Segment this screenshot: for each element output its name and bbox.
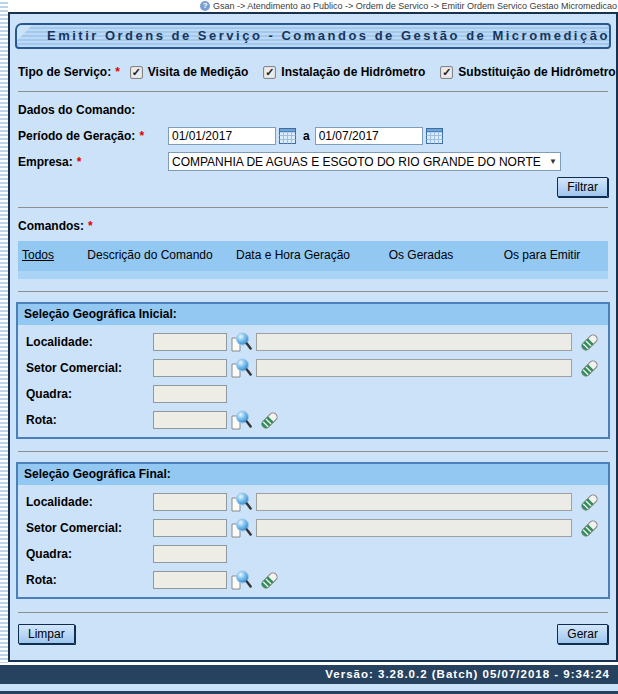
search-icon[interactable] [230, 517, 252, 539]
filtrar-row: Filtrar [18, 177, 608, 197]
filtrar-button[interactable]: Filtrar [557, 177, 608, 197]
gerar-button[interactable]: Gerar [557, 624, 608, 644]
checkbox-check-icon[interactable]: ✓ [263, 66, 276, 79]
eraser-icon[interactable] [579, 492, 600, 513]
checkbox-check-icon[interactable]: ✓ [130, 66, 143, 79]
todos-link[interactable]: Todos [22, 248, 54, 262]
selecao-inicial-title: Seleção Geográfica Inicial: [18, 304, 608, 325]
dados-comando-row: Dados do Comando: [18, 102, 608, 117]
eraser-icon[interactable] [579, 332, 600, 353]
periodo-inicio-input[interactable] [168, 127, 276, 145]
rota-inicial-row: Rota: [26, 411, 600, 429]
eraser-icon[interactable] [259, 570, 280, 591]
quadra-label: Quadra: [26, 547, 153, 561]
setor-comercial-label: Setor Comercial: [26, 361, 153, 375]
calendar-icon[interactable] [426, 128, 443, 144]
quadra-final-input[interactable] [153, 545, 227, 563]
column-descricao-comando: Descrição do Comando [80, 249, 220, 263]
limpar-button[interactable]: Limpar [18, 624, 75, 644]
setor-inicial-name-field [256, 359, 572, 377]
column-data-hora-geracao: Data e Hora Geração [220, 249, 366, 263]
required-asterisk: * [115, 65, 120, 79]
localidade-inicial-code-input[interactable] [153, 333, 227, 351]
eraser-icon[interactable] [579, 518, 600, 539]
localidade-final-name-field [256, 493, 572, 511]
localidade-final-code-input[interactable] [153, 493, 227, 511]
localidade-label: Localidade: [26, 335, 153, 349]
calendar-icon[interactable] [279, 128, 296, 144]
bottom-strip [0, 684, 618, 694]
search-icon[interactable] [230, 491, 252, 513]
periodo-fim-input[interactable] [315, 127, 423, 145]
tipo-servico-row: Tipo de Serviço:* ✓ Visita de Medição ✓ … [18, 63, 608, 81]
setor-final-name-field [256, 519, 572, 537]
checkbox-visita-de-medicao[interactable]: ✓ Visita de Medição [130, 65, 248, 79]
main-frame: Emitir Ordens de Serviço - Comandos de G… [8, 12, 618, 662]
quadra-inicial-input[interactable] [153, 385, 227, 403]
eraser-icon[interactable] [259, 410, 280, 431]
setor-comercial-label: Setor Comercial: [26, 521, 153, 535]
checkbox-substituicao-de-hidrometro[interactable]: ✓ Substituição de Hidrômetro [440, 65, 615, 79]
setor-final-code-input[interactable] [153, 519, 227, 537]
rota-inicial-code-input[interactable] [153, 411, 227, 429]
periodo-geracao-row: Período de Geração:* a [18, 126, 608, 145]
localidade-final-row: Localidade: [26, 493, 600, 511]
footer-bar: Versão: 3.28.0.2 (Batch) 05/07/2018 - 9:… [0, 665, 618, 684]
checkbox-label: Visita de Medição [148, 65, 248, 79]
periodo-geracao-label: Período de Geração:* [18, 129, 168, 143]
divider [18, 612, 608, 613]
comandos-table-empty-row [18, 271, 608, 279]
search-icon[interactable] [230, 357, 252, 379]
left-stripe-decoration [0, 0, 8, 663]
setor-comercial-final-row: Setor Comercial: [26, 519, 600, 537]
checkbox-check-icon[interactable]: ✓ [440, 66, 453, 79]
empresa-row: Empresa:* COMPANHIA DE AGUAS E ESGOTO DO… [18, 152, 608, 171]
divider [18, 291, 608, 292]
tipo-servico-options: ✓ Visita de Medição ✓ Instalação de Hidr… [130, 65, 618, 79]
checkbox-label: Substituição de Hidrômetro [458, 65, 615, 79]
checkbox-label: Instalação de Hidrômetro [281, 65, 425, 79]
empresa-selected-option: COMPANHIA DE AGUAS E ESGOTO DO RIO GRAND… [172, 155, 541, 169]
comandos-label-row: Comandos:* [18, 218, 608, 233]
column-os-geradas: Os Geradas [366, 249, 476, 263]
dropdown-arrow-icon: ▼ [549, 157, 557, 166]
dados-comando-label: Dados do Comando: [18, 103, 135, 117]
comandos-label: Comandos:* [18, 219, 93, 233]
divider [18, 207, 608, 208]
setor-comercial-inicial-row: Setor Comercial: [26, 359, 600, 377]
eraser-icon[interactable] [579, 358, 600, 379]
tipo-servico-label: Tipo de Serviço:* [18, 65, 120, 79]
search-icon[interactable] [230, 569, 252, 591]
empresa-select[interactable]: COMPANHIA DE AGUAS E ESGOTO DO RIO GRAND… [168, 152, 561, 171]
search-icon[interactable] [230, 331, 252, 353]
comandos-table-header: Todos Descrição do Comando Data e Hora G… [18, 241, 608, 271]
localidade-inicial-row: Localidade: [26, 333, 600, 351]
required-asterisk: * [139, 129, 144, 143]
column-os-para-emitir: Os para Emitir [476, 249, 608, 263]
empresa-label: Empresa:* [18, 155, 168, 169]
divider [18, 451, 608, 452]
selecao-final-title: Seleção Geográfica Final: [18, 464, 608, 485]
checkbox-instalacao-de-hidrometro[interactable]: ✓ Instalação de Hidrômetro [263, 65, 425, 79]
page-title: Emitir Ordens de Serviço - Comandos de G… [47, 28, 610, 43]
selecao-geografica-inicial-section: Seleção Geográfica Inicial: Localidade: [16, 302, 610, 439]
required-asterisk: * [77, 155, 82, 169]
quadra-final-row: Quadra: [26, 545, 600, 563]
column-todos: Todos [18, 249, 80, 263]
breadcrumb: Gsan -> Atendimento ao Publico -> Ordem … [213, 1, 617, 11]
quadra-inicial-row: Quadra: [26, 385, 600, 403]
action-buttons-row: Limpar Gerar [18, 623, 608, 644]
page-title-bar: Emitir Ordens de Serviço - Comandos de G… [15, 23, 611, 49]
quadra-label: Quadra: [26, 387, 153, 401]
rota-label: Rota: [26, 573, 153, 587]
setor-inicial-code-input[interactable] [153, 359, 227, 377]
rota-final-row: Rota: [26, 571, 600, 589]
help-icon[interactable]: ? [200, 1, 210, 11]
version-text: Versão: 3.28.0.2 (Batch) 05/07/2018 - 9:… [325, 668, 610, 680]
localidade-inicial-name-field [256, 333, 572, 351]
required-asterisk: * [88, 219, 93, 233]
rota-final-code-input[interactable] [153, 571, 227, 589]
comandos-table: Todos Descrição do Comando Data e Hora G… [18, 241, 608, 279]
divider [18, 91, 608, 92]
search-icon[interactable] [230, 409, 252, 431]
